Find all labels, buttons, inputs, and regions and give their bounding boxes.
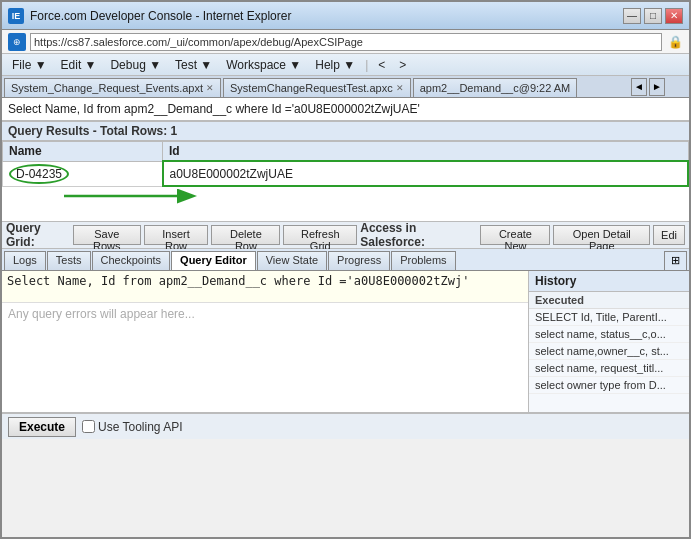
access-label: Access in Salesforce: — [360, 221, 475, 249]
tab-apm2-demand[interactable]: apm2__Demand__c@9:22 AM — [413, 78, 578, 97]
tab-scroll-right[interactable]: ► — [649, 78, 665, 96]
error-placeholder: Any query errors will appear here... — [8, 307, 195, 321]
address-bar: ⊕ 🔒 — [2, 30, 689, 54]
editor-left-panel: Any query errors will appear here... — [2, 271, 529, 412]
close-button[interactable]: ✕ — [665, 8, 683, 24]
bottom-tab-bar: Logs Tests Checkpoints Query Editor View… — [2, 249, 689, 271]
create-new-button[interactable]: Create New — [480, 225, 550, 245]
minimize-button[interactable]: — — [623, 8, 641, 24]
cell-name[interactable]: D-04235 — [3, 161, 163, 186]
tab-checkpoints[interactable]: Checkpoints — [92, 251, 171, 270]
tab-progress[interactable]: Progress — [328, 251, 390, 270]
delete-row-button[interactable]: Delete Row — [211, 225, 280, 245]
menu-test[interactable]: Test ▼ — [169, 56, 218, 74]
history-item-3[interactable]: select name, request_titl... — [529, 360, 689, 377]
refresh-grid-button[interactable]: Refresh Grid — [283, 225, 357, 245]
tab-system-change-request-events[interactable]: System_Change_Request_Events.apxt ✕ — [4, 78, 221, 97]
history-item-4[interactable]: select owner type from D... — [529, 377, 689, 394]
name-value: D-04235 — [9, 164, 69, 184]
menu-edit[interactable]: Edit ▼ — [55, 56, 103, 74]
tab-query-editor[interactable]: Query Editor — [171, 251, 256, 270]
history-panel: History Executed SELECT Id, Title, Paren… — [529, 271, 689, 412]
menu-help[interactable]: Help ▼ — [309, 56, 361, 74]
menu-workspace[interactable]: Workspace ▼ — [220, 56, 307, 74]
tab-label-1: SystemChangeRequestTest.apxc — [230, 82, 393, 94]
menu-forward[interactable]: > — [393, 56, 412, 74]
tab-problems[interactable]: Problems — [391, 251, 455, 270]
window-controls: — □ ✕ — [623, 8, 683, 24]
insert-row-button[interactable]: Insert Row — [144, 225, 209, 245]
col-header-id: Id — [163, 142, 689, 162]
tab-label-2: apm2__Demand__c@9:22 AM — [420, 82, 571, 94]
tab-label-0: System_Change_Request_Events.apxt — [11, 82, 203, 94]
tab-view-state[interactable]: View State — [257, 251, 327, 270]
grid-container: Name Id D-04235 a0U8E000002tZwjUAE — [2, 141, 689, 221]
menu-sep-1: | — [363, 58, 370, 72]
menu-back[interactable]: < — [372, 56, 391, 74]
menu-bar: File ▼ Edit ▼ Debug ▼ Test ▼ Workspace ▼… — [2, 54, 689, 76]
tab-close-0[interactable]: ✕ — [206, 83, 214, 93]
lock-icon: 🔒 — [668, 35, 683, 49]
edit-button[interactable]: Edi — [653, 225, 685, 245]
menu-debug[interactable]: Debug ▼ — [104, 56, 167, 74]
tab-tests[interactable]: Tests — [47, 251, 91, 270]
tab-expand-button[interactable]: ⊞ — [664, 251, 687, 270]
query-grid-toolbar: Query Grid: Save Rows Insert Row Delete … — [2, 221, 689, 249]
tooling-api-text: Use Tooling API — [98, 420, 183, 434]
table-row: D-04235 a0U8E000002tZwjUAE — [3, 161, 689, 186]
history-item-1[interactable]: select name, status__c,o... — [529, 326, 689, 343]
tab-scroll-left[interactable]: ◄ — [631, 78, 647, 96]
editor-pane: Any query errors will appear here... His… — [2, 271, 689, 413]
cell-id[interactable]: a0U8E000002tZwjUAE — [163, 161, 689, 186]
col-header-name: Name — [3, 142, 163, 162]
tab-close-1[interactable]: ✕ — [396, 83, 404, 93]
save-rows-button[interactable]: Save Rows — [73, 225, 141, 245]
execute-area: Execute Use Tooling API — [2, 413, 689, 439]
site-icon: ⊕ — [8, 33, 26, 51]
menu-file[interactable]: File ▼ — [6, 56, 53, 74]
history-item-2[interactable]: select name,owner__c, st... — [529, 343, 689, 360]
execute-button[interactable]: Execute — [8, 417, 76, 437]
error-display: Any query errors will appear here... — [2, 303, 528, 363]
executed-label: Executed — [529, 292, 689, 309]
query-grid-label: Query Grid: — [6, 221, 68, 249]
id-value: a0U8E000002tZwjUAE — [170, 167, 293, 181]
query-editor-input[interactable] — [2, 271, 528, 303]
app-icon: IE — [8, 8, 24, 24]
results-table: Name Id D-04235 a0U8E000002tZwjUAE — [2, 141, 689, 187]
query-display-text: Select Name, Id from apm2__Demand__c whe… — [8, 102, 420, 116]
open-detail-page-button[interactable]: Open Detail Page — [553, 225, 650, 245]
window-title: Force.com Developer Console - Internet E… — [30, 9, 291, 23]
history-item-0[interactable]: SELECT Id, Title, ParentI... — [529, 309, 689, 326]
tab-logs[interactable]: Logs — [4, 251, 46, 270]
tooling-api-checkbox[interactable] — [82, 420, 95, 433]
history-header: History — [529, 271, 689, 292]
address-input[interactable] — [30, 33, 662, 51]
tab-system-change-request-test[interactable]: SystemChangeRequestTest.apxc ✕ — [223, 78, 411, 97]
maximize-button[interactable]: □ — [644, 8, 662, 24]
query-display: Select Name, Id from apm2__Demand__c whe… — [2, 98, 689, 121]
title-bar: IE Force.com Developer Console - Interne… — [2, 2, 689, 30]
tooling-api-label[interactable]: Use Tooling API — [82, 420, 183, 434]
results-label: Query Results - Total Rows: 1 — [2, 121, 689, 141]
tab-bar: System_Change_Request_Events.apxt ✕ Syst… — [2, 76, 689, 98]
